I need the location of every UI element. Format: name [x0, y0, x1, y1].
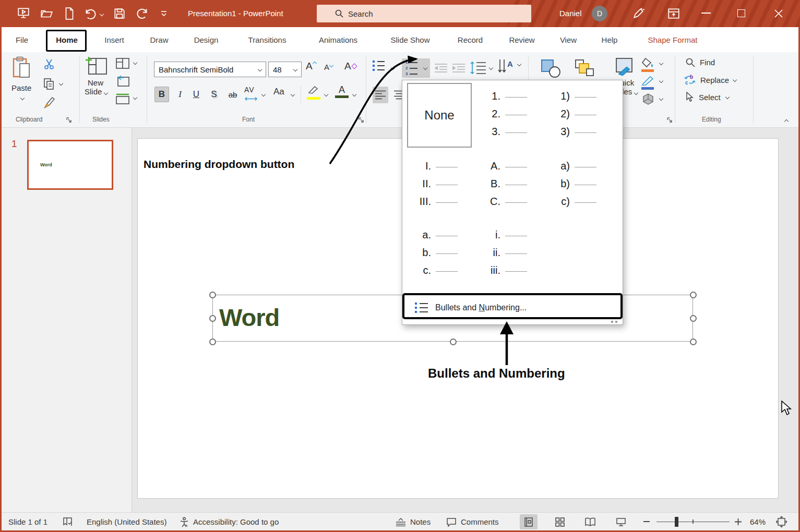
format-painter-button[interactable]: [43, 96, 56, 112]
fit-slide-to-window-button[interactable]: [776, 516, 787, 529]
align-left-button[interactable]: [373, 87, 388, 103]
view-slideshow-button[interactable]: [612, 514, 630, 529]
slide-title-text[interactable]: Word: [219, 303, 279, 332]
paste-button[interactable]: Paste: [11, 56, 32, 102]
layout-chevron-icon[interactable]: [133, 61, 137, 65]
avatar[interactable]: D: [592, 6, 607, 21]
copy-button[interactable]: [43, 77, 55, 93]
clipboard-dialog-launcher[interactable]: [66, 116, 72, 122]
view-slide-sorter-button[interactable]: [551, 514, 569, 529]
shape-effects-chevron-icon[interactable]: [659, 96, 663, 101]
view-normal-button[interactable]: [520, 514, 538, 529]
accessibility-status[interactable]: Accessibility: Good to go: [193, 513, 279, 531]
undo-button[interactable]: [82, 7, 96, 22]
tab-review[interactable]: Review: [505, 27, 539, 52]
shape-fill-button[interactable]: [641, 57, 655, 72]
text-direction-chevron-icon[interactable]: [517, 62, 521, 66]
numbering-option-123-paren[interactable]: 1) 2) 3): [546, 83, 611, 148]
bold-button[interactable]: B: [154, 87, 169, 102]
line-spacing-button[interactable]: [469, 61, 486, 77]
tab-transitions[interactable]: Transitions: [243, 27, 291, 52]
tab-animations[interactable]: Animations: [312, 27, 364, 52]
notes-button[interactable]: Notes: [396, 513, 431, 531]
change-case-button[interactable]: Aa: [273, 87, 284, 97]
feedback-pen-icon[interactable]: [631, 7, 645, 22]
numbering-option-alpha-lower-period[interactable]: a. b. c.: [407, 222, 472, 286]
dropdown-resize-grip-dot[interactable]: [615, 321, 617, 323]
tab-view[interactable]: View: [556, 27, 580, 52]
spacing-chevron-icon[interactable]: [261, 92, 266, 96]
replace-button[interactable]: bc Replace: [684, 74, 736, 86]
close-button[interactable]: [773, 8, 784, 21]
font-dialog-launcher[interactable]: [358, 116, 364, 122]
increase-indent-button[interactable]: [452, 63, 465, 76]
spell-check-icon[interactable]: [63, 513, 73, 531]
redo-icon[interactable]: [137, 7, 150, 22]
line-spacing-chevron-icon[interactable]: [489, 66, 493, 70]
collapse-ribbon-button[interactable]: [784, 119, 789, 124]
font-color-chevron-icon[interactable]: [352, 92, 356, 96]
grow-font-button[interactable]: A: [306, 61, 316, 72]
bullets-button[interactable]: [373, 59, 385, 73]
zoom-in-button[interactable]: [735, 518, 742, 527]
numbering-option-roman-lower[interactable]: i. ii. iii.: [476, 222, 541, 286]
numbering-option-alpha-upper[interactable]: A. B. C.: [476, 153, 541, 217]
text-shadow-button[interactable]: S: [208, 87, 220, 102]
character-spacing-button[interactable]: AV: [244, 86, 258, 103]
shrink-font-button[interactable]: A: [324, 63, 333, 71]
new-file-icon[interactable]: [63, 7, 76, 22]
font-name-combobox[interactable]: Bahnschrift SemiBold: [154, 62, 266, 77]
underline-button[interactable]: U: [190, 87, 202, 102]
search-input[interactable]: Search: [317, 5, 531, 22]
undo-dropdown-chevron[interactable]: [100, 12, 104, 16]
case-chevron-icon[interactable]: [291, 92, 295, 96]
clear-formatting-button[interactable]: A: [344, 61, 356, 72]
numbering-dropdown-button[interactable]: 1 2 3: [402, 58, 430, 78]
tab-draw[interactable]: Draw: [146, 27, 172, 52]
strikethrough-button[interactable]: ab: [225, 87, 240, 102]
find-button[interactable]: Find: [685, 57, 715, 67]
select-button[interactable]: Select: [685, 92, 729, 102]
resize-handle-bottom-right[interactable]: [690, 338, 697, 345]
minimize-button[interactable]: [701, 13, 711, 14]
customize-qat-icon[interactable]: [160, 9, 168, 20]
dropdown-resize-grip[interactable]: [611, 321, 613, 323]
numbering-option-123-period[interactable]: 1. 2. 3.: [476, 83, 541, 148]
ribbon-display-options-icon[interactable]: [667, 7, 680, 22]
section-chevron-icon[interactable]: [133, 95, 137, 100]
zoom-slider-thumb[interactable]: [675, 517, 678, 527]
shapes-button[interactable]: [541, 58, 562, 80]
resize-handle-bottom-left[interactable]: [209, 338, 216, 345]
copy-chevron-icon[interactable]: [59, 81, 63, 86]
tab-design[interactable]: Design: [191, 27, 221, 52]
open-icon[interactable]: [40, 7, 53, 22]
shape-outline-chevron-icon[interactable]: [659, 79, 663, 83]
numbering-option-none[interactable]: None: [407, 83, 472, 148]
resize-handle-top-right[interactable]: [690, 292, 697, 298]
section-button[interactable]: [116, 93, 129, 106]
bullets-chevron-icon[interactable]: [391, 66, 395, 70]
shape-outline-button[interactable]: [641, 75, 655, 90]
reset-slide-button[interactable]: [116, 75, 129, 89]
arrange-button[interactable]: [574, 58, 595, 80]
new-slide-button[interactable]: New Slide: [85, 56, 109, 96]
shape-fill-chevron-icon[interactable]: [659, 61, 663, 65]
comments-button[interactable]: Comments: [446, 513, 499, 531]
tab-record[interactable]: Record: [453, 27, 487, 52]
resize-handle-bottom-middle[interactable]: [450, 338, 457, 345]
zoom-out-button[interactable]: [643, 521, 650, 522]
save-icon[interactable]: [113, 7, 126, 22]
drawing-dialog-launcher[interactable]: [666, 116, 673, 122]
maximize-button[interactable]: [737, 9, 745, 17]
tab-home[interactable]: Home: [52, 27, 81, 52]
resize-handle-top-left[interactable]: [209, 292, 216, 298]
tab-help[interactable]: Help: [598, 27, 621, 52]
font-color-button[interactable]: A: [335, 84, 349, 98]
resize-handle-middle-left[interactable]: [209, 315, 216, 322]
view-reading-button[interactable]: [581, 514, 599, 529]
language-indicator[interactable]: English (United States): [87, 513, 166, 531]
slide-layout-button[interactable]: [116, 58, 129, 71]
slide-indicator[interactable]: Slide 1 of 1: [8, 513, 47, 531]
italic-button[interactable]: I: [174, 87, 186, 102]
tab-shape-format[interactable]: Shape Format: [641, 27, 705, 52]
